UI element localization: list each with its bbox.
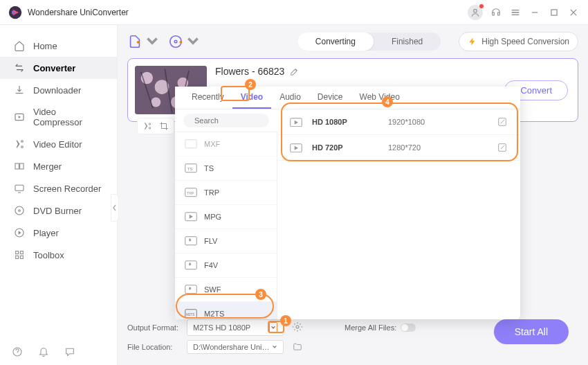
step-badge-1: 1: [280, 315, 291, 326]
format-trp[interactable]: TRP TRP: [175, 181, 277, 205]
bell-icon[interactable]: [37, 346, 50, 358]
quality-resolution: 1280*720: [388, 143, 497, 152]
sidebar: Home Converter Downloader Video Compress…: [0, 25, 118, 365]
output-format-value: M2TS HD 1080P: [193, 323, 250, 332]
close-icon[interactable]: [567, 6, 580, 19]
format-tabs: Recently Video Audio Device Web Video: [175, 87, 520, 109]
avatar-icon[interactable]: [468, 5, 483, 20]
segment-converting[interactable]: Converting: [297, 33, 374, 51]
format-flv[interactable]: FLV: [175, 229, 277, 253]
format-f4v[interactable]: F4V: [175, 253, 277, 278]
toolbar: Converting Finished High Speed Conversio…: [127, 32, 578, 51]
tab-webvideo[interactable]: Web Video: [351, 87, 408, 109]
format-label: MXF: [204, 140, 220, 148]
step-badge-4: 4: [382, 96, 393, 107]
format-panel: Recently Video Audio Device Web Video MX…: [175, 87, 520, 319]
sidebar-item-editor[interactable]: Video Editor: [0, 133, 117, 155]
chevron-down-icon: [272, 343, 277, 351]
search-input[interactable]: [194, 116, 290, 125]
high-speed-label: High Speed Conversion: [481, 37, 569, 46]
minimize-icon[interactable]: [529, 6, 541, 19]
format-ts[interactable]: TS TS: [175, 157, 277, 181]
maximize-icon[interactable]: [548, 6, 560, 19]
merge-row: Merge All Files:: [344, 323, 416, 332]
merge-toggle[interactable]: [401, 323, 416, 332]
search-box[interactable]: [183, 114, 269, 127]
format-label: SWF: [204, 285, 221, 294]
svg-point-7: [15, 206, 24, 215]
file-location-select[interactable]: D:\Wondershare UniConverter: [187, 340, 284, 354]
output-format-label: Output Format:: [127, 323, 181, 332]
sidebar-item-label: Video Editor: [33, 139, 82, 150]
feedback-icon[interactable]: [64, 346, 76, 358]
chevron-down-icon: [269, 322, 277, 333]
add-disc-button[interactable]: [168, 34, 201, 49]
format-mxf[interactable]: MXF: [175, 132, 277, 157]
add-file-button[interactable]: [127, 34, 160, 49]
sidebar-item-downloader[interactable]: Downloader: [0, 79, 117, 101]
merge-label: Merge All Files:: [344, 323, 396, 332]
trim-icon[interactable]: [142, 121, 153, 132]
format-icon: TRP: [185, 188, 197, 197]
sidebar-item-home[interactable]: Home: [0, 35, 117, 57]
sidebar-item-compressor[interactable]: Video Compressor: [0, 101, 117, 133]
sidebar-item-label: Video Compressor: [33, 107, 103, 127]
format-icon: [185, 285, 197, 294]
help-icon[interactable]: [11, 346, 24, 358]
svg-point-39: [296, 326, 299, 328]
format-icon: TS: [185, 163, 197, 173]
edit-preset-icon[interactable]: [497, 116, 508, 127]
format-label: TRP: [204, 188, 219, 197]
sidebar-item-converter[interactable]: Converter: [0, 57, 117, 79]
svg-rect-5: [20, 163, 24, 169]
open-folder-icon[interactable]: [292, 342, 303, 352]
svg-rect-24: [185, 140, 197, 148]
svg-text:M2TS: M2TS: [186, 313, 194, 317]
file-location-value: D:\Wondershare UniConverter: [193, 343, 272, 351]
start-all-button[interactable]: Start All: [494, 319, 569, 344]
quality-1080p[interactable]: HD 1080P 1920*1080: [277, 109, 520, 135]
segment-finished[interactable]: Finished: [374, 33, 441, 51]
menu-icon[interactable]: [509, 6, 522, 19]
quality-name: HD 720P: [312, 143, 388, 152]
gear-icon[interactable]: [292, 321, 303, 334]
sidebar-item-recorder[interactable]: Screen Recorder: [0, 177, 117, 199]
svg-text:TRP: TRP: [187, 191, 194, 195]
titlebar-right: [468, 5, 580, 20]
thumbnail-tools: [137, 118, 174, 134]
format-label: F4V: [204, 261, 218, 269]
format-icon: [185, 212, 197, 222]
tab-device[interactable]: Device: [309, 87, 351, 109]
sidebar-collapse-button[interactable]: [111, 194, 119, 222]
tab-recently[interactable]: Recently: [183, 87, 232, 109]
svg-text:TS: TS: [187, 167, 193, 171]
sidebar-item-player[interactable]: Player: [0, 222, 117, 244]
sidebar-item-label: Player: [33, 228, 59, 238]
step-badge-3: 3: [255, 289, 266, 300]
svg-rect-6: [15, 185, 24, 190]
format-m2ts[interactable]: M2TS M2TS: [175, 302, 277, 319]
sidebar-item-merger[interactable]: Merger: [0, 155, 117, 177]
crop-icon[interactable]: [158, 121, 169, 132]
svg-rect-11: [20, 251, 23, 254]
svg-rect-12: [16, 256, 19, 258]
high-speed-toggle[interactable]: High Speed Conversion: [459, 32, 578, 51]
output-format-select[interactable]: M2TS HD 1080P: [187, 319, 284, 336]
edit-title-icon[interactable]: [290, 66, 300, 76]
tab-audio[interactable]: Audio: [271, 87, 309, 109]
sidebar-item-label: Merger: [33, 161, 62, 172]
file-title: Flowers - 66823: [215, 66, 284, 77]
quality-720p[interactable]: HD 720P 1280*720: [277, 135, 520, 161]
headset-icon[interactable]: [490, 6, 502, 19]
sidebar-item-toolbox[interactable]: Toolbox: [0, 244, 117, 266]
format-icon: [185, 260, 197, 270]
svg-rect-4: [15, 163, 19, 169]
edit-preset-icon[interactable]: [497, 142, 508, 153]
format-icon: [185, 139, 197, 149]
sidebar-item-label: Toolbox: [33, 250, 64, 260]
sidebar-item-label: Home: [33, 41, 57, 51]
sidebar-item-dvd[interactable]: DVD Burner: [0, 199, 117, 222]
quality-name: HD 1080P: [312, 118, 388, 126]
format-mpg[interactable]: MPG: [175, 205, 277, 229]
tab-video[interactable]: Video: [232, 87, 271, 109]
